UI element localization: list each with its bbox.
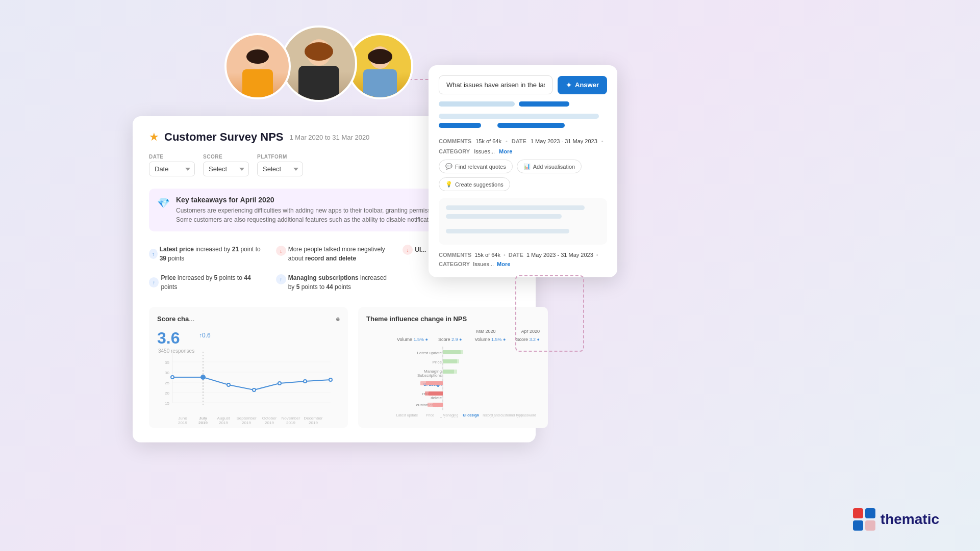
svg-point-22 <box>304 380 307 383</box>
platform-filter-select[interactable]: Select <box>257 162 303 176</box>
ai-bottom-meta: COMMENTS 15k of 64k • DATE 1 May 2023 - … <box>439 252 607 267</box>
date-filter-select[interactable]: Date <box>149 162 195 176</box>
takeaways-content: Key takeaways for April 2020 Customers a… <box>176 196 470 224</box>
insight-3-text: UI... <box>415 245 426 254</box>
svg-text:Latest update: Latest update <box>417 351 442 355</box>
insight-2: ↓ More people talked more negatively abo… <box>276 242 393 266</box>
svg-text:Subscriptions: Subscriptions <box>417 373 442 378</box>
svg-point-23 <box>329 378 332 381</box>
svg-rect-9 <box>363 69 397 97</box>
svg-text:15: 15 <box>165 401 169 406</box>
insight-4-text: Price increased by 5 points to 44 points <box>161 273 265 292</box>
svg-text:Price: Price <box>426 413 434 417</box>
avatars-section <box>224 31 403 102</box>
visualisation-icon: 📊 <box>523 163 531 170</box>
svg-text:35: 35 <box>165 360 169 365</box>
svg-text:Latest update: Latest update <box>396 413 418 417</box>
skeleton-5 <box>497 123 565 128</box>
bottom-dot-2: • <box>596 252 598 258</box>
skeleton-gap <box>485 123 493 132</box>
insight-1: ↑ Latest price increased by 21 point to … <box>149 242 266 266</box>
bottom-category-value: Issues... <box>473 261 494 267</box>
score-chart-card: Score cha...e 3.6 ↑0.6 3450 responses <box>149 307 348 428</box>
bottom-comments-value: 15k of 64k <box>474 252 500 258</box>
platform-filter-group: PLATFORM Select <box>257 154 303 176</box>
takeaways-title: Key takeaways for April 2020 <box>176 196 470 204</box>
create-suggestions-button[interactable]: 💡 Create suggestions <box>439 177 510 191</box>
insight-4-icon: ↑ <box>149 277 159 287</box>
line-chart-svg: 35 30 25 20 15 <box>157 352 340 413</box>
score-filter-select[interactable]: Select <box>203 162 249 176</box>
skeleton-row-2 <box>439 123 607 132</box>
skeleton-3 <box>439 114 599 119</box>
score-value: 3.6 <box>157 329 180 348</box>
category-value: Issues... <box>474 148 495 154</box>
find-quotes-button[interactable]: 💬 Find relevant quotes <box>439 160 513 173</box>
find-quotes-label: Find relevant quotes <box>455 164 506 170</box>
svg-point-21 <box>278 382 281 385</box>
insight-5: ↑ Managing subscriptions increased by 5 … <box>276 270 393 295</box>
score-filter-group: SCORE Select <box>203 154 249 176</box>
theme-chart-title: Theme influence change in NPS <box>366 315 540 323</box>
ai-answer-button[interactable]: ✦ Answer <box>558 76 607 94</box>
bar-chart-svg: Latest update Price Managing Subscriptio… <box>366 344 540 418</box>
svg-rect-63 <box>865 520 875 531</box>
suggestions-icon: 💡 <box>445 181 453 188</box>
ai-response-box <box>439 198 607 245</box>
svg-point-3 <box>246 49 269 64</box>
insight-1-icon: ↑ <box>149 249 158 259</box>
x-axis-labels: June2019 July2019 August2019 September20… <box>157 416 340 425</box>
avatar-2 <box>281 25 357 102</box>
bottom-more[interactable]: More <box>497 261 510 267</box>
date-filter-group: DATE Date <box>149 154 195 176</box>
svg-text:delete: delete <box>431 396 442 400</box>
svg-text:password: password <box>521 413 536 417</box>
diamond-icon: 💎 <box>157 197 170 209</box>
svg-point-8 <box>368 49 392 64</box>
meta-more[interactable]: More <box>499 148 512 154</box>
meta-dot-2: • <box>601 138 604 144</box>
score-filter-label: SCORE <box>203 154 249 160</box>
response-gap <box>446 223 600 229</box>
date-filter-label: DATE <box>149 154 195 160</box>
skeleton-1 <box>439 101 515 107</box>
insight-2-text: More people talked more negatively about… <box>288 245 393 263</box>
svg-text:20: 20 <box>165 391 169 396</box>
chart-headers: Volume 1.5% ● Score 2.9 ● Volume 1.5% ● … <box>366 337 540 342</box>
insight-5-text: Managing subscriptions increased by 5 po… <box>288 273 393 292</box>
add-visualisation-label: Add visualisation <box>533 164 575 170</box>
ai-panel: ✦ Answer COMMENTS 15k of 64k • DATE 1 Ma… <box>429 65 617 277</box>
bottom-category-label: CATEGORY <box>439 261 470 267</box>
category-label: CATEGORY <box>439 148 470 154</box>
svg-rect-40 <box>443 350 463 354</box>
svg-text:Price: Price <box>433 360 442 364</box>
avatar-1 <box>224 33 291 99</box>
svg-rect-2 <box>242 69 273 97</box>
svg-text:25: 25 <box>165 381 169 385</box>
svg-rect-50 <box>428 403 443 407</box>
dashboard-date-range: 1 Mar 2020 to 31 Mar 2020 <box>290 134 370 141</box>
svg-rect-60 <box>853 508 863 518</box>
svg-rect-44 <box>443 370 457 374</box>
skeleton-2 <box>519 101 569 107</box>
svg-rect-42 <box>443 359 459 363</box>
svg-text:Subscriptions: Subscriptions <box>440 417 462 418</box>
insight-1-text: Latest price increased by 21 point to 39… <box>160 245 266 263</box>
platform-filter-label: PLATFORM <box>257 154 303 160</box>
svg-rect-46 <box>420 381 443 385</box>
bottom-date-value: 1 May 2023 - 31 May 2023 <box>526 252 593 258</box>
svg-rect-61 <box>865 508 875 518</box>
add-visualisation-button[interactable]: 📊 Add visualisation <box>517 160 582 173</box>
ai-action-buttons: 💬 Find relevant quotes 📊 Add visualisati… <box>439 160 607 191</box>
create-suggestions-label: Create suggestions <box>455 181 504 188</box>
insight-5-icon: ↑ <box>276 274 286 284</box>
takeaways-text2: Some customers are also requesting addit… <box>176 215 470 224</box>
ai-meta-row: COMMENTS 15k of 64k • DATE 1 May 2023 - … <box>439 138 607 154</box>
insight-2-icon: ↓ <box>276 246 286 256</box>
bottom-date-label: DATE <box>509 252 523 258</box>
score-change: ↑0.6 <box>199 332 211 339</box>
period-legend: Mar 2020 Apr 2020 <box>366 329 540 334</box>
ai-question-input[interactable] <box>439 75 552 94</box>
insight-3-icon: ↓ <box>403 245 413 255</box>
date-value: 1 May 2023 - 31 May 2023 <box>531 138 597 144</box>
